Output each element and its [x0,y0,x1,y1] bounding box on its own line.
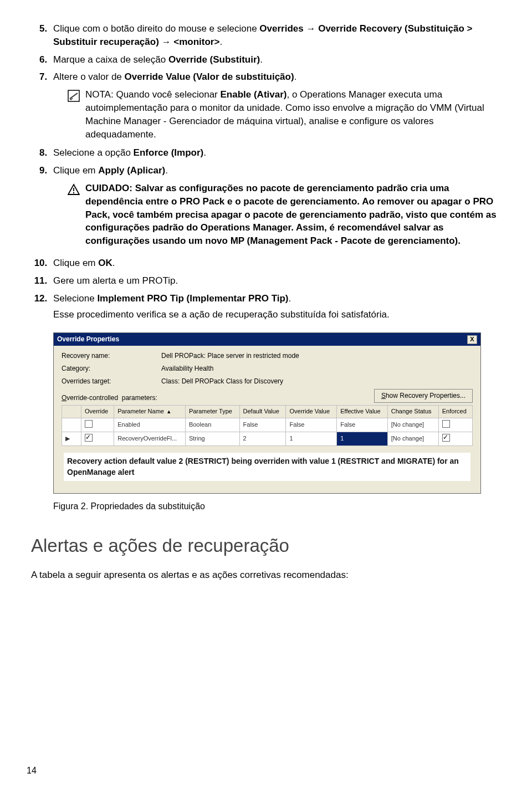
step-10-pre: Clique em [53,258,98,268]
step-8-pre: Selecione a opção [53,147,134,158]
hdr-change-status[interactable]: Change Status [387,406,438,418]
dlg-row-recovery-name: Recovery name: Dell PROPack: Place serve… [62,351,473,361]
step-7-post: . [294,71,297,82]
override-parameters-table: Override Parameter Name ▴ Parameter Type… [62,405,473,446]
row2-effective: 1 [337,432,388,445]
step-6: Marque a caixa de seleção Override (Subs… [50,53,501,66]
row1-type: Boolean [185,418,239,432]
section-title: Alertas e ações de recuperação [31,533,501,559]
step-12-b: Implement PRO Tip (Implementar PRO Tip) [97,293,288,304]
figure-caption: Figura 2. Propriedades da substituição [53,500,501,513]
step-7-pre: Altere o valor de [53,71,125,82]
note-content: NOTA: Quando você selecionar Enable (Ati… [85,89,484,139]
caution-text: CUIDADO: Salvar as configurações no paco… [85,182,501,248]
step-9: Clique em Apply (Aplicar). CUIDADO: Salv… [50,164,501,248]
step-12-sub: Esse procedimento verifica se a ação de … [53,308,501,321]
step-5-arrow1: → [304,23,318,34]
override-properties-dialog: Override Properties X Recovery name: Del… [53,332,481,494]
table-row-recoveryoverride: ▶ RecoveryOverrideFl... String 2 1 1 [No… [62,432,473,445]
row2-default: 2 [239,432,286,445]
page-number: 14 [27,765,37,777]
row2-name: RecoveryOverrideFl... [114,432,186,445]
row2-override-cb[interactable] [81,432,114,445]
dlg-controlled-row: Override-controlled parameters: Show Rec… [62,389,473,403]
row1-enforced-cb[interactable] [438,418,472,432]
step-7: Altere o valor de Override Value (Valor … [50,70,501,141]
step-7-b: Override Value (Valor de substituição) [125,71,294,82]
steps-list-5-9: Clique com o botão direito do mouse e se… [31,22,501,248]
step-8: Selecione a opção Enforce (Impor). [50,146,501,160]
row2-type: String [185,432,239,445]
row1-pointer [62,418,81,432]
step-9-pre: Clique em [53,165,98,176]
note-text: NOTA: Quando você selecionar Enable (Ati… [85,88,501,141]
category-label: Category: [62,364,161,373]
recovery-name-value: Dell PROPack: Place server in restricted… [161,351,299,361]
dialog-title-text: Override Properties [57,335,119,344]
note-icon [68,90,80,102]
dialog-body: Recovery name: Dell PROPack: Place serve… [54,346,480,494]
step-8-post: . [203,147,206,158]
row2-change: [No change] [387,432,438,445]
hdr-pointer [62,406,81,418]
step-9-post: . [165,165,168,176]
step-9-b: Apply (Aplicar) [98,165,165,176]
category-value: Availability Health [161,364,214,373]
hdr-override[interactable]: Override [81,406,114,418]
step-10-post: . [112,258,115,268]
section-body: A tabela a seguir apresenta os alertas e… [31,568,501,582]
table-header-row: Override Parameter Name ▴ Parameter Type… [62,406,473,418]
caution-block: CUIDADO: Salvar as configurações no paco… [68,182,501,248]
caution-icon [68,183,80,196]
overrides-target-value: Class: Dell PROPack Class for Discovery [161,377,283,386]
step-6-b: Override (Substituir) [168,54,260,65]
hdr-param-name[interactable]: Parameter Name ▴ [114,406,186,418]
hdr-default-value[interactable]: Default Value [239,406,286,418]
dialog-titlebar: Override Properties X [54,333,480,346]
row2-override-value[interactable]: 1 [286,432,337,445]
hdr-effective-value[interactable]: Effective Value [337,406,388,418]
row2-pointer: ▶ [62,432,81,445]
dlg-row-overrides-target: Overrides target: Class: Dell PROPack Cl… [62,377,473,386]
step-5-post: . [219,37,222,47]
row1-default: False [239,418,286,432]
hdr-override-value[interactable]: Override Value [286,406,337,418]
step-12-pre: Selecione [53,293,97,304]
step-5: Clique com o botão direito do mouse e se… [50,22,501,49]
row1-change: [No change] [387,418,438,432]
hdr-param-type[interactable]: Parameter Type [185,406,239,418]
step-12: Selecione Implement PRO Tip (Implementar… [50,292,501,322]
override-controlled-label: Override-controlled parameters: [62,393,157,403]
overrides-target-label: Overrides target: [62,377,161,386]
page: Clique com o botão direito do mouse e se… [0,0,532,799]
steps-list-10-12: Clique em OK. Gere um alerta e um PROTip… [31,257,501,321]
step-5-arrow2: → [159,37,173,47]
step-5-b1: Overrides [259,23,303,34]
row1-override-cb[interactable] [81,418,114,432]
step-12-post: . [288,293,291,304]
row1-name: Enabled [114,418,186,432]
note-block: NOTA: Quando você selecionar Enable (Ati… [68,88,501,141]
row2-enforced-cb[interactable] [438,432,472,445]
dlg-row-category: Category: Availability Health [62,364,473,373]
dialog-close-button[interactable]: X [467,335,477,344]
recovery-name-label: Recovery name: [62,351,161,361]
show-recovery-properties-button[interactable]: Show Recovery Properties... [374,389,473,403]
table-row-enabled: Enabled Boolean False False False [No ch… [62,418,473,432]
step-11: Gere um alerta e um PROTip. [50,274,501,288]
step-5-b3: <monitor> [173,37,219,47]
step-10: Clique em OK. [50,257,501,270]
svg-point-2 [73,192,74,193]
row1-effective: False [337,418,388,432]
row1-override-value: False [286,418,337,432]
step-10-b: OK [98,258,112,268]
step-6-pre: Marque a caixa de seleção [53,54,168,65]
step-5-text: Clique com o botão direito do mouse e se… [53,23,259,34]
hdr-enforced[interactable]: Enforced [438,406,472,418]
step-8-b: Enforce (Impor) [134,147,204,158]
override-caption: Recovery action default value 2 (RESTRIC… [64,453,470,481]
step-6-post: . [260,54,263,65]
